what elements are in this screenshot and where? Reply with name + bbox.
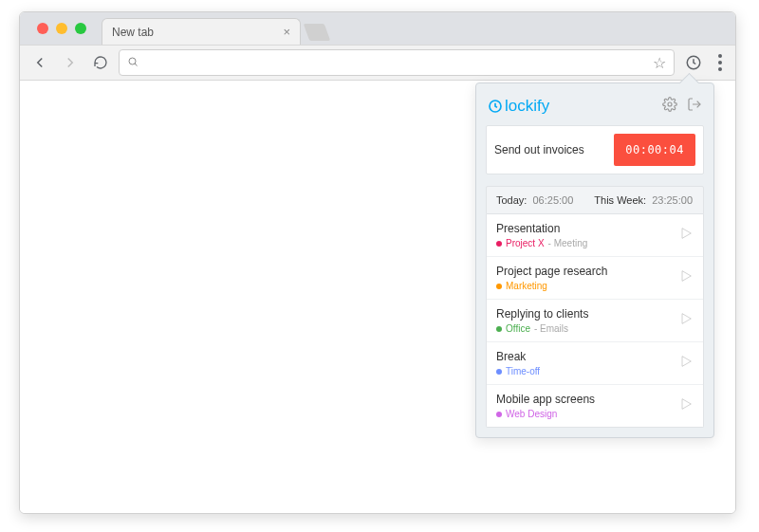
clockify-extension-button[interactable] <box>680 49 707 76</box>
play-icon[interactable] <box>678 354 694 373</box>
entry-title: Replying to clients <box>496 307 678 321</box>
browser-tab[interactable]: New tab × <box>102 18 301 45</box>
entry-meta: Time-off <box>496 366 678 376</box>
entry-title: Break <box>496 350 678 363</box>
entry-title: Mobile app screens <box>496 393 678 406</box>
entry-title: Project page research <box>496 265 678 278</box>
project-color-dot <box>496 369 502 375</box>
entry-project: Project X <box>506 238 545 248</box>
timer-stop-button[interactable]: 00:00:04 <box>614 134 695 166</box>
svg-point-3 <box>668 102 672 106</box>
entry-meta: Office - Emails <box>496 323 678 334</box>
window-controls <box>28 12 96 45</box>
active-timer: Send out invoices 00:00:04 <box>486 125 704 174</box>
browser-toolbar: ☆ <box>20 45 735 81</box>
bookmark-star-icon[interactable]: ☆ <box>653 54 666 72</box>
maximize-window-button[interactable] <box>75 23 86 34</box>
entry-meta: Web Design <box>496 409 678 419</box>
project-color-dot <box>496 241 502 247</box>
logout-icon[interactable] <box>687 97 702 116</box>
popup-header: lockify <box>486 93 704 125</box>
entry-meta: Marketing <box>496 281 678 291</box>
svg-marker-8 <box>682 399 691 410</box>
svg-marker-5 <box>682 271 691 282</box>
forward-button[interactable] <box>58 50 83 75</box>
entry-task: - Emails <box>534 323 568 334</box>
entry-meta: Project X - Meeting <box>496 238 678 248</box>
project-color-dot <box>496 326 502 332</box>
today-value: 06:25:00 <box>532 194 573 206</box>
close-window-button[interactable] <box>37 23 48 34</box>
tab-title: New tab <box>112 26 154 39</box>
timer-description[interactable]: Send out invoices <box>494 143 606 156</box>
entry-project: Office <box>506 323 530 334</box>
new-tab-button[interactable] <box>304 24 331 41</box>
project-color-dot <box>496 412 502 417</box>
address-bar[interactable]: ☆ <box>119 49 675 76</box>
time-entry[interactable]: BreakTime-off <box>487 342 703 385</box>
close-tab-icon[interactable]: × <box>283 25 290 39</box>
back-button[interactable] <box>28 50 52 75</box>
play-icon[interactable] <box>678 311 694 330</box>
svg-marker-6 <box>682 314 691 324</box>
browser-menu-button[interactable] <box>713 54 728 71</box>
url-input[interactable] <box>144 56 647 70</box>
entry-task: - Meeting <box>548 238 588 248</box>
project-color-dot <box>496 284 502 289</box>
reload-button[interactable] <box>88 50 113 75</box>
entry-project: Time-off <box>506 366 540 376</box>
week-label: This Week: <box>594 194 646 206</box>
today-label: Today: <box>496 194 527 206</box>
page-content: lockify Send out invoices 00:00:04 <box>20 81 735 513</box>
tab-strip: New tab × <box>20 12 735 45</box>
entry-project: Web Design <box>506 409 557 419</box>
settings-icon[interactable] <box>662 97 677 116</box>
time-entry[interactable]: PresentationProject X - Meeting <box>487 214 703 257</box>
week-value: 23:25:00 <box>652 194 693 206</box>
search-icon <box>127 56 139 70</box>
svg-marker-4 <box>682 229 691 239</box>
svg-point-0 <box>129 58 136 64</box>
entry-project: Marketing <box>506 281 547 291</box>
clockify-logo: lockify <box>488 97 549 116</box>
browser-window: New tab × ☆ <box>19 11 736 514</box>
play-icon[interactable] <box>678 226 694 245</box>
time-entry[interactable]: Mobile app screensWeb Design <box>487 385 703 427</box>
time-entries-list: PresentationProject X - MeetingProject p… <box>486 214 704 428</box>
svg-marker-7 <box>682 357 691 367</box>
time-entry[interactable]: Replying to clientsOffice - Emails <box>487 300 703 342</box>
play-icon[interactable] <box>678 396 694 415</box>
minimize-window-button[interactable] <box>56 23 67 34</box>
entry-title: Presentation <box>496 222 678 235</box>
stats-bar: Today: 06:25:00 This Week: 23:25:00 <box>486 186 704 214</box>
play-icon[interactable] <box>678 268 694 287</box>
clockify-popup: lockify Send out invoices 00:00:04 <box>475 83 714 438</box>
time-entry[interactable]: Project page researchMarketing <box>487 257 703 300</box>
